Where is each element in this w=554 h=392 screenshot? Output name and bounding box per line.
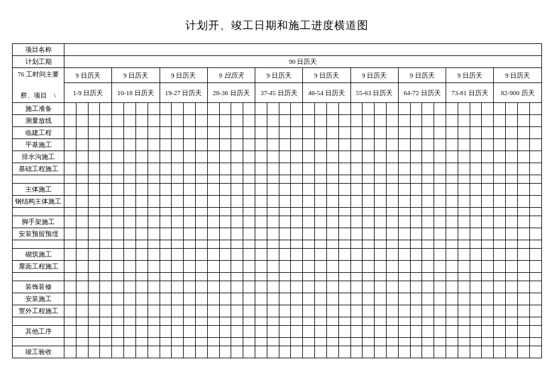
grid-cell: [434, 293, 446, 305]
grid-cell: [267, 317, 279, 325]
grid-cell: [410, 138, 422, 151]
grid-cell: [529, 325, 541, 337]
grid-cell: [529, 260, 541, 272]
grid-cell: [279, 325, 291, 337]
period-bottom-9: 82-900 历天: [494, 83, 542, 102]
grid-cell: [482, 228, 494, 240]
grid-cell: [195, 207, 207, 216]
grid-cell: [398, 175, 410, 183]
grid-cell: [88, 228, 100, 240]
grid-cell: [231, 317, 243, 325]
grid-cell: [64, 281, 76, 293]
grid-cell: [64, 151, 76, 163]
grid-cell: [112, 260, 124, 272]
grid-cell: [184, 346, 196, 358]
grid-cell: [494, 175, 506, 183]
grid-cell: [267, 325, 279, 337]
grid-cell: [291, 228, 303, 240]
grid-cell: [160, 175, 172, 183]
grid-cell: [375, 325, 387, 337]
grid-cell: [386, 293, 398, 305]
grid-cell: [517, 228, 529, 240]
grid-cell: [410, 248, 422, 260]
grid-cell: [375, 183, 387, 195]
grid-cell: [291, 102, 303, 114]
grid-cell: [529, 228, 541, 240]
grid-cell: [338, 346, 350, 358]
grid-cell: [375, 293, 387, 305]
grid-cell: [422, 102, 434, 114]
grid-cell: [88, 195, 100, 207]
grid-cell: [64, 102, 76, 114]
grid-cell: [315, 151, 327, 163]
grid-cell: [517, 346, 529, 358]
grid-cell: [446, 281, 458, 293]
grid-cell: [386, 260, 398, 272]
grid-cell: [422, 317, 434, 325]
project-name-label: 项目名称: [13, 44, 64, 56]
grid-cell: [303, 281, 315, 293]
grid-cell: [279, 175, 291, 183]
grid-cell: [172, 272, 184, 281]
task-label-8: 钢结构主体施工: [13, 195, 64, 207]
grid-cell: [506, 240, 518, 248]
grid-cell: [219, 337, 231, 346]
grid-cell: [135, 138, 148, 151]
grid-cell: [135, 248, 148, 260]
grid-cell: [64, 183, 76, 195]
grid-cell: [64, 114, 76, 126]
grid-cell: [315, 293, 327, 305]
grid-cell: [338, 163, 350, 175]
grid-cell: [76, 325, 88, 337]
grid-cell: [184, 175, 196, 183]
grid-cell: [303, 175, 315, 183]
grid-cell: [529, 248, 541, 260]
grid-cell: [100, 195, 112, 207]
grid-cell: [255, 207, 267, 216]
grid-cell: [375, 126, 387, 138]
grid-cell: [88, 207, 100, 216]
grid-cell: [363, 195, 375, 207]
period-bottom-2: 19-27 日历天: [160, 83, 207, 102]
grid-cell: [231, 195, 243, 207]
task-label-1: 测量放线: [13, 114, 64, 126]
grid-cell: [363, 216, 375, 228]
grid-cell: [231, 114, 243, 126]
grid-cell: [172, 248, 184, 260]
grid-cell: [350, 281, 363, 293]
grid-cell: [207, 272, 219, 281]
grid-cell: [112, 248, 124, 260]
grid-cell: [446, 195, 458, 207]
grid-cell: [100, 183, 112, 195]
grid-cell: [195, 272, 207, 281]
grid-cell: [326, 228, 338, 240]
grid-cell: [100, 228, 112, 240]
grid-cell: [338, 114, 350, 126]
grid-cell: [88, 346, 100, 358]
grid-cell: [100, 151, 112, 163]
grid-cell: [148, 207, 160, 216]
grid-cell: [135, 228, 148, 240]
grid-cell: [506, 337, 518, 346]
grid-cell: [410, 175, 422, 183]
grid-cell: [207, 248, 219, 260]
grid-cell: [375, 248, 387, 260]
grid-cell: [326, 325, 338, 337]
grid-cell: [386, 228, 398, 240]
task-label-9: [13, 207, 64, 216]
grid-cell: [231, 163, 243, 175]
grid-cell: [338, 228, 350, 240]
grid-cell: [255, 183, 267, 195]
grid-cell: [517, 216, 529, 228]
grid-cell: [446, 325, 458, 337]
grid-cell: [76, 228, 88, 240]
grid-cell: [124, 114, 136, 126]
grid-cell: [291, 325, 303, 337]
grid-cell: [434, 195, 446, 207]
grid-cell: [148, 240, 160, 248]
grid-cell: [135, 207, 148, 216]
grid-cell: [267, 183, 279, 195]
grid-cell: [350, 126, 363, 138]
grid-cell: [255, 260, 267, 272]
grid-cell: [279, 183, 291, 195]
